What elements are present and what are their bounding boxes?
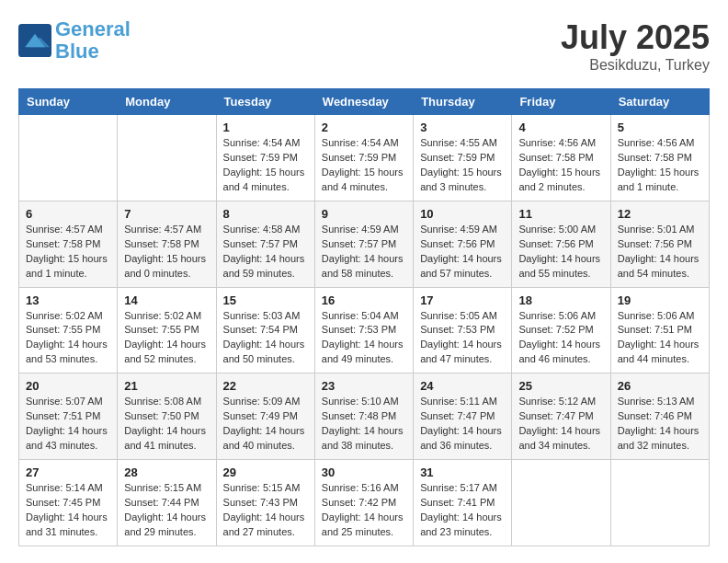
calendar-row: 6Sunrise: 4:57 AM Sunset: 7:58 PM Daylig…	[19, 201, 710, 287]
logo-line2: Blue	[55, 40, 99, 63]
weekday-header: Friday	[512, 89, 610, 115]
location: Besikduzu, Turkey	[561, 57, 710, 74]
calendar-cell: 3Sunrise: 4:55 AM Sunset: 7:59 PM Daylig…	[414, 115, 512, 201]
cell-info: Sunrise: 5:12 AM Sunset: 7:47 PM Dayligh…	[518, 395, 603, 454]
calendar-cell: 16Sunrise: 5:04 AM Sunset: 7:53 PM Dayli…	[314, 287, 413, 373]
calendar-cell: 10Sunrise: 4:59 AM Sunset: 7:56 PM Dayli…	[414, 201, 512, 287]
calendar-cell: 14Sunrise: 5:02 AM Sunset: 7:55 PM Dayli…	[118, 287, 216, 373]
cell-info: Sunrise: 4:58 AM Sunset: 7:57 PM Dayligh…	[223, 223, 308, 282]
calendar-cell: 13Sunrise: 5:02 AM Sunset: 7:55 PM Dayli…	[19, 287, 118, 373]
calendar-cell: 25Sunrise: 5:12 AM Sunset: 7:47 PM Dayli…	[512, 373, 610, 460]
day-number: 25	[518, 379, 603, 393]
day-number: 11	[518, 207, 603, 221]
day-number: 16	[322, 293, 406, 307]
cell-info: Sunrise: 5:07 AM Sunset: 7:51 PM Dayligh…	[26, 395, 110, 454]
month-year: July 2025	[561, 18, 710, 57]
calendar-row: 27Sunrise: 5:14 AM Sunset: 7:45 PM Dayli…	[19, 460, 710, 546]
calendar-cell: 31Sunrise: 5:17 AM Sunset: 7:41 PM Dayli…	[414, 460, 512, 546]
calendar-cell: 2Sunrise: 4:54 AM Sunset: 7:59 PM Daylig…	[314, 115, 413, 201]
calendar-cell	[118, 115, 216, 201]
calendar-cell: 7Sunrise: 4:57 AM Sunset: 7:58 PM Daylig…	[118, 201, 216, 287]
cell-info: Sunrise: 5:15 AM Sunset: 7:43 PM Dayligh…	[223, 481, 308, 540]
calendar-cell: 19Sunrise: 5:06 AM Sunset: 7:51 PM Dayli…	[610, 287, 709, 373]
weekday-header: Monday	[118, 89, 216, 115]
calendar-body: 1Sunrise: 4:54 AM Sunset: 7:59 PM Daylig…	[19, 115, 710, 546]
day-number: 8	[223, 207, 308, 221]
calendar-cell: 30Sunrise: 5:16 AM Sunset: 7:42 PM Dayli…	[314, 460, 413, 546]
calendar-cell: 9Sunrise: 4:59 AM Sunset: 7:57 PM Daylig…	[314, 201, 413, 287]
calendar-cell: 27Sunrise: 5:14 AM Sunset: 7:45 PM Dayli…	[19, 460, 118, 546]
calendar-cell	[512, 460, 610, 546]
calendar-cell: 17Sunrise: 5:05 AM Sunset: 7:53 PM Dayli…	[414, 287, 512, 373]
day-number: 20	[26, 379, 110, 393]
calendar-cell: 4Sunrise: 4:56 AM Sunset: 7:58 PM Daylig…	[512, 115, 610, 201]
day-number: 4	[518, 121, 603, 134]
weekday-header: Thursday	[414, 89, 512, 115]
day-number: 13	[26, 293, 110, 307]
day-number: 24	[420, 379, 505, 393]
calendar-cell: 18Sunrise: 5:06 AM Sunset: 7:52 PM Dayli…	[512, 287, 610, 373]
cell-info: Sunrise: 5:10 AM Sunset: 7:48 PM Dayligh…	[322, 395, 406, 454]
cell-info: Sunrise: 4:59 AM Sunset: 7:57 PM Dayligh…	[322, 223, 406, 282]
day-number: 1	[223, 121, 308, 134]
day-number: 9	[322, 207, 406, 221]
cell-info: Sunrise: 4:59 AM Sunset: 7:56 PM Dayligh…	[420, 223, 505, 282]
calendar-cell	[19, 115, 118, 201]
day-number: 28	[124, 465, 209, 479]
cell-info: Sunrise: 4:56 AM Sunset: 7:58 PM Dayligh…	[618, 136, 702, 195]
cell-info: Sunrise: 4:57 AM Sunset: 7:58 PM Dayligh…	[26, 223, 110, 282]
day-number: 5	[618, 121, 702, 134]
cell-info: Sunrise: 5:09 AM Sunset: 7:49 PM Dayligh…	[223, 395, 308, 454]
calendar-cell: 20Sunrise: 5:07 AM Sunset: 7:51 PM Dayli…	[19, 373, 118, 460]
calendar-header: SundayMondayTuesdayWednesdayThursdayFrid…	[19, 89, 710, 115]
weekday-header: Wednesday	[314, 89, 413, 115]
cell-info: Sunrise: 5:16 AM Sunset: 7:42 PM Dayligh…	[322, 481, 406, 540]
cell-info: Sunrise: 5:01 AM Sunset: 7:56 PM Dayligh…	[618, 223, 702, 282]
cell-info: Sunrise: 4:57 AM Sunset: 7:58 PM Dayligh…	[124, 223, 209, 282]
calendar-cell	[610, 460, 709, 546]
cell-info: Sunrise: 4:54 AM Sunset: 7:59 PM Dayligh…	[223, 136, 308, 195]
calendar-row: 13Sunrise: 5:02 AM Sunset: 7:55 PM Dayli…	[19, 287, 710, 373]
day-number: 19	[618, 293, 702, 307]
cell-info: Sunrise: 5:11 AM Sunset: 7:47 PM Dayligh…	[420, 395, 505, 454]
cell-info: Sunrise: 5:17 AM Sunset: 7:41 PM Dayligh…	[420, 481, 505, 540]
calendar-cell: 24Sunrise: 5:11 AM Sunset: 7:47 PM Dayli…	[414, 373, 512, 460]
calendar-table: SundayMondayTuesdayWednesdayThursdayFrid…	[18, 88, 710, 546]
day-number: 10	[420, 207, 505, 221]
cell-info: Sunrise: 5:02 AM Sunset: 7:55 PM Dayligh…	[124, 309, 209, 368]
calendar-cell: 5Sunrise: 4:56 AM Sunset: 7:58 PM Daylig…	[610, 115, 709, 201]
page-header: General Blue July 2025 Besikduzu, Turkey	[18, 18, 710, 74]
calendar-cell: 29Sunrise: 5:15 AM Sunset: 7:43 PM Dayli…	[216, 460, 314, 546]
calendar-cell: 12Sunrise: 5:01 AM Sunset: 7:56 PM Dayli…	[610, 201, 709, 287]
day-number: 6	[26, 207, 110, 221]
logo-icon	[18, 24, 51, 57]
day-number: 3	[420, 121, 505, 134]
day-number: 31	[420, 465, 505, 479]
cell-info: Sunrise: 4:55 AM Sunset: 7:59 PM Dayligh…	[420, 136, 505, 195]
day-number: 29	[223, 465, 308, 479]
calendar-cell: 21Sunrise: 5:08 AM Sunset: 7:50 PM Dayli…	[118, 373, 216, 460]
day-number: 27	[26, 465, 110, 479]
weekday-header: Tuesday	[216, 89, 314, 115]
logo-text: General Blue	[55, 18, 131, 63]
day-number: 18	[518, 293, 603, 307]
day-number: 17	[420, 293, 505, 307]
cell-info: Sunrise: 4:56 AM Sunset: 7:58 PM Dayligh…	[518, 136, 603, 195]
cell-info: Sunrise: 5:05 AM Sunset: 7:53 PM Dayligh…	[420, 309, 505, 368]
cell-info: Sunrise: 4:54 AM Sunset: 7:59 PM Dayligh…	[322, 136, 406, 195]
weekday-header: Sunday	[19, 89, 118, 115]
day-number: 12	[618, 207, 702, 221]
calendar-cell: 11Sunrise: 5:00 AM Sunset: 7:56 PM Dayli…	[512, 201, 610, 287]
weekday-row: SundayMondayTuesdayWednesdayThursdayFrid…	[19, 89, 710, 115]
cell-info: Sunrise: 5:04 AM Sunset: 7:53 PM Dayligh…	[322, 309, 406, 368]
cell-info: Sunrise: 5:00 AM Sunset: 7:56 PM Dayligh…	[518, 223, 603, 282]
day-number: 14	[124, 293, 209, 307]
cell-info: Sunrise: 5:02 AM Sunset: 7:55 PM Dayligh…	[26, 309, 110, 368]
calendar-cell: 6Sunrise: 4:57 AM Sunset: 7:58 PM Daylig…	[19, 201, 118, 287]
calendar-cell: 23Sunrise: 5:10 AM Sunset: 7:48 PM Dayli…	[314, 373, 413, 460]
cell-info: Sunrise: 5:14 AM Sunset: 7:45 PM Dayligh…	[26, 481, 110, 540]
day-number: 23	[322, 379, 406, 393]
cell-info: Sunrise: 5:06 AM Sunset: 7:52 PM Dayligh…	[518, 309, 603, 368]
cell-info: Sunrise: 5:13 AM Sunset: 7:46 PM Dayligh…	[618, 395, 702, 454]
calendar-cell: 26Sunrise: 5:13 AM Sunset: 7:46 PM Dayli…	[610, 373, 709, 460]
